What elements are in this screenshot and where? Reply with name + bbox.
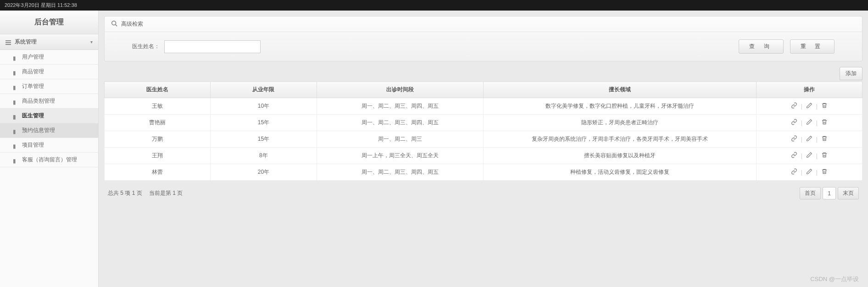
cell-years: 15年 [211,115,317,131]
briefcase-icon: ▮ [13,55,18,60]
pager-buttons: 首页 1 末页 [800,187,859,199]
cell-schedule: 周一、周二、周三、周四、周五 [317,115,483,131]
cell-schedule: 周一、周二、周三 [317,131,483,148]
last-page-button[interactable]: 末页 [838,187,859,199]
pager-info: 总共 5 项 1 页 当前是第 1 页 [108,189,183,197]
doctor-name-input[interactable] [164,40,261,53]
delete-icon[interactable] [819,152,829,160]
doctors-table: 医生姓名 从业年限 出诊时间段 擅长领域 操作 王敏 10年 周一、周二、周三、… [104,81,862,181]
cell-actions: | | [756,148,862,164]
divider: | [816,103,818,110]
briefcase-icon: ▮ [13,114,18,118]
edit-icon[interactable] [804,135,814,143]
search-body: 医生姓名： 查 询 重 置 [105,32,862,61]
briefcase-icon: ▮ [13,70,18,74]
search-header-label: 高级检索 [121,20,143,28]
link-icon[interactable] [789,102,799,110]
cell-schedule: 周一、周二、周三、周四、周五 [317,164,483,181]
table-row: 万鹏 15年 周一、周二、周三 复杂牙周炎的系统治疗，牙周非手术治疗，各类牙周手… [105,131,862,148]
add-row: 添加 [104,67,862,80]
sidebar-item-label: 客服（咨询留言）管理 [22,156,77,164]
pager-current: 当前是第 1 页 [149,190,183,196]
sidebar-item-label: 商品管理 [22,68,44,76]
cell-specialty: 数字化美学修复，数字化口腔种植，儿童牙科，牙体牙髓治疗 [483,98,756,115]
sidebar-item-service[interactable]: ▮客服（咨询留言）管理 [0,153,98,167]
page-1-button[interactable]: 1 [823,187,836,199]
delete-icon[interactable] [819,135,829,143]
sidebar-item-categories[interactable]: ▮商品类别管理 [0,94,98,109]
delete-icon[interactable] [819,119,829,127]
sidebar-item-label: 商品类别管理 [22,97,55,105]
delete-icon[interactable] [819,168,829,176]
chevron-down-icon: ▾ [90,39,93,44]
sidebar-item-products[interactable]: ▮商品管理 [0,65,98,79]
divider: | [816,120,818,126]
edit-icon[interactable] [804,168,814,176]
delete-icon[interactable] [819,102,829,110]
divider: | [816,136,818,143]
pager-total: 总共 5 项 1 页 [108,190,142,196]
cell-specialty: 种植修复，活动义齿修复，固定义齿修复 [483,164,756,181]
col-actions: 操作 [756,82,862,98]
col-years: 从业年限 [211,82,317,98]
sidebar-item-label: 项目管理 [22,141,44,149]
search-icon [111,20,117,28]
cell-specialty: 复杂牙周炎的系统治疗，牙周非手术治疗，各类牙周手术，牙周美容手术 [483,131,756,148]
sidebar-item-label: 订单管理 [22,83,44,90]
cell-schedule: 周一、周二、周三、周四、周五 [317,98,483,115]
col-name: 医生姓名 [105,82,211,98]
cell-name: 万鹏 [105,131,211,148]
sidebar-item-orders[interactable]: ▮订单管理 [0,79,98,94]
sidebar: 后台管理 系统管理 ▾ ▮用户管理 ▮商品管理 ▮订单管理 ▮商品类别管理 ▮医… [0,11,99,287]
cell-specialty: 隐形矫正，牙周炎患者正畸治疗 [483,115,756,131]
cell-name: 林蕾 [105,164,211,181]
sidebar-item-appointments[interactable]: ▮预约信息管理 [0,123,98,138]
sidebar-item-label: 医生管理 [22,112,44,120]
svg-line-1 [116,25,117,27]
table-row: 林蕾 20年 周一、周二、周三、周四、周五 种植修复，活动义齿修复，固定义齿修复… [105,164,862,181]
sidebar-item-label: 用户管理 [22,53,44,61]
cell-actions: | | [756,164,862,181]
submenu: ▮用户管理 ▮商品管理 ▮订单管理 ▮商品类别管理 ▮医生管理 ▮预约信息管理 … [0,50,98,167]
cell-actions: | | [756,115,862,131]
link-icon[interactable] [789,152,799,160]
cell-name: 曹艳丽 [105,115,211,131]
layout: 后台管理 系统管理 ▾ ▮用户管理 ▮商品管理 ▮订单管理 ▮商品类别管理 ▮医… [0,11,868,287]
link-icon[interactable] [789,168,799,176]
doctor-name-label: 医生姓名： [132,43,160,50]
search-header[interactable]: 高级检索 [105,17,862,32]
edit-icon[interactable] [804,102,814,110]
reset-button[interactable]: 重 置 [790,39,835,54]
query-button[interactable]: 查 询 [739,39,783,54]
col-specialty: 擅长领域 [483,82,756,98]
cell-name: 王敏 [105,98,211,115]
divider: | [816,153,818,159]
edit-icon[interactable] [804,152,814,160]
briefcase-icon: ▮ [13,143,18,148]
svg-point-0 [112,21,116,25]
list-icon [6,40,11,44]
menu-group-system[interactable]: 系统管理 ▾ [0,34,98,50]
search-buttons: 查 询 重 置 [739,39,835,54]
cell-years: 10年 [211,98,317,115]
cell-schedule: 周一上午，周三全天、周五全天 [317,148,483,164]
pager-bar: 总共 5 项 1 页 当前是第 1 页 首页 1 末页 [104,181,862,206]
cell-name: 王翔 [105,148,211,164]
sidebar-item-projects[interactable]: ▮项目管理 [0,138,98,153]
divider: | [801,120,802,126]
link-icon[interactable] [789,119,799,127]
link-icon[interactable] [789,135,799,143]
add-button[interactable]: 添加 [840,67,862,80]
edit-icon[interactable] [804,119,814,127]
sidebar-title: 后台管理 [0,11,98,34]
cell-years: 20年 [211,164,317,181]
table-row: 曹艳丽 15年 周一、周二、周三、周四、周五 隐形矫正，牙周炎患者正畸治疗 | … [105,115,862,131]
main-content: 高级检索 医生姓名： 查 询 重 置 添加 医生姓名 从业年限 出诊时间段 擅长 [99,11,868,287]
sidebar-item-label: 预约信息管理 [22,127,55,134]
sidebar-item-doctors[interactable]: ▮医生管理 [0,109,98,123]
sidebar-item-users[interactable]: ▮用户管理 [0,50,98,65]
cell-actions: | | [756,131,862,148]
top-bar: 2022年3月20日 星期日 11:52:38 [0,0,868,11]
first-page-button[interactable]: 首页 [800,187,821,199]
divider: | [801,169,802,176]
